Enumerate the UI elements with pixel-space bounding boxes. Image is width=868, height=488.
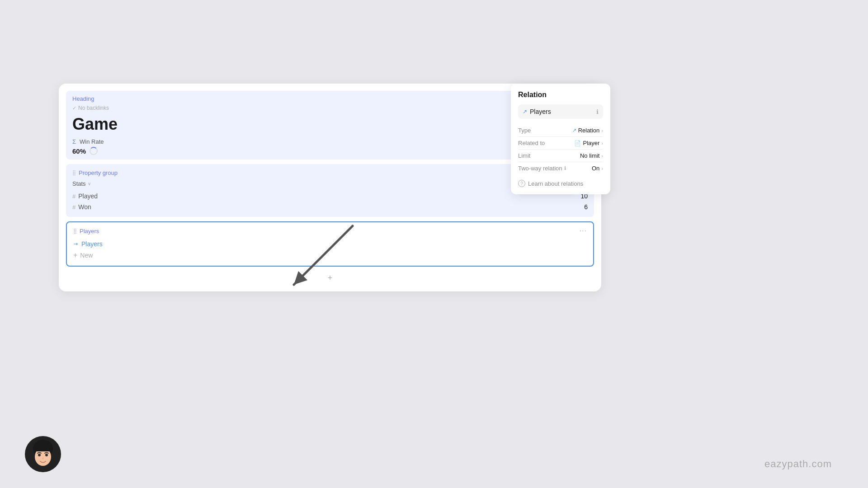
watermark: eazypath.com [764, 458, 832, 470]
drag-icon: ⣿ [72, 170, 76, 176]
two-way-info-icon[interactable]: ℹ [564, 165, 566, 171]
relation-panel-title: Relation [518, 91, 603, 99]
new-label: New [80, 252, 93, 259]
hash-icon: # [72, 204, 75, 211]
win-rate-value: 60% [72, 147, 86, 155]
stat-won-value: 6 [584, 203, 588, 211]
new-item-row[interactable]: + New [73, 249, 587, 261]
svg-rect-4 [33, 444, 53, 451]
svg-point-5 [38, 454, 41, 456]
check-icon: ✓ [72, 105, 76, 111]
stats-label: Stats ∨ [72, 180, 588, 187]
learn-icon: ? [518, 180, 525, 187]
win-rate-label: Win Rate [80, 138, 104, 145]
related-to-row: Related to 📄 Player › [518, 137, 603, 150]
players-relation-item[interactable]: ↗ Players [73, 239, 587, 249]
relation-icon: ↗ [72, 240, 80, 248]
heading-label: Heading [72, 95, 588, 102]
relation-panel: Relation ↗ Players ℹ Type ↗ Relation › R… [511, 84, 610, 194]
plus-icon: + [73, 251, 77, 259]
panel-players-label-row: ↗ Players [523, 108, 551, 115]
no-backlinks: ✓ No backlinks [72, 105, 588, 111]
type-row: Type ↗ Relation › [518, 124, 603, 137]
sigma-icon: Σ [72, 138, 76, 145]
players-header: ⣿ Players ··· [73, 227, 587, 235]
players-item-label: Players [81, 240, 103, 248]
related-to-value[interactable]: 📄 Player › [574, 140, 603, 146]
stats-chevron-icon: ∨ [88, 181, 91, 186]
page-title: Game [72, 115, 588, 134]
learn-relations-row[interactable]: ? Learn about relations [518, 180, 603, 187]
win-rate-value-row: 60% [72, 147, 588, 155]
stat-won-label: # Won [72, 203, 91, 211]
panel-players-label: Players [530, 108, 551, 115]
panel-players-item[interactable]: ↗ Players ℹ [518, 104, 603, 119]
info-icon[interactable]: ℹ [596, 108, 599, 115]
two-way-chevron-icon: › [601, 166, 603, 171]
two-way-label-group: Two-way relation ℹ [518, 165, 566, 172]
drag-icon: ⣿ [73, 228, 77, 234]
table-row: # Won 6 [72, 202, 588, 212]
two-way-row: Two-way relation ℹ On › [518, 162, 603, 174]
avatar-circle [25, 436, 61, 472]
related-to-chevron-icon: › [601, 141, 603, 146]
stat-played-label: # Played [72, 192, 98, 200]
two-way-label: Two-way relation [518, 165, 562, 172]
learn-label: Learn about relations [528, 180, 583, 187]
panel-relation-icon: ↗ [523, 108, 527, 115]
table-row: # Played 10 [72, 191, 588, 202]
svg-point-6 [45, 454, 48, 456]
limit-chevron-icon: › [601, 153, 603, 159]
players-more[interactable]: ··· [580, 227, 587, 235]
bottom-add-button[interactable]: + [324, 272, 336, 284]
hash-icon: # [72, 193, 75, 200]
players-title: ⣿ Players [73, 228, 99, 235]
players-section: ⣿ Players ··· ↗ Players + New [66, 221, 594, 267]
property-group-title: ⣿ Property group [72, 169, 118, 176]
type-chevron-icon: › [601, 128, 603, 133]
win-rate-row: Σ Win Rate [72, 138, 588, 145]
spinner [90, 147, 98, 155]
limit-row: Limit No limit › [518, 150, 603, 162]
type-value[interactable]: ↗ Relation › [572, 127, 603, 134]
file-icon: 📄 [574, 140, 581, 146]
avatar [25, 436, 61, 472]
two-way-value[interactable]: On › [592, 165, 603, 172]
related-to-label: Related to [518, 140, 545, 146]
limit-label: Limit [518, 152, 530, 159]
type-label: Type [518, 127, 531, 134]
type-relation-icon: ↗ [572, 127, 576, 133]
limit-value[interactable]: No limit › [580, 152, 603, 159]
property-group-header: ⣿ Property group ··· [72, 169, 588, 177]
